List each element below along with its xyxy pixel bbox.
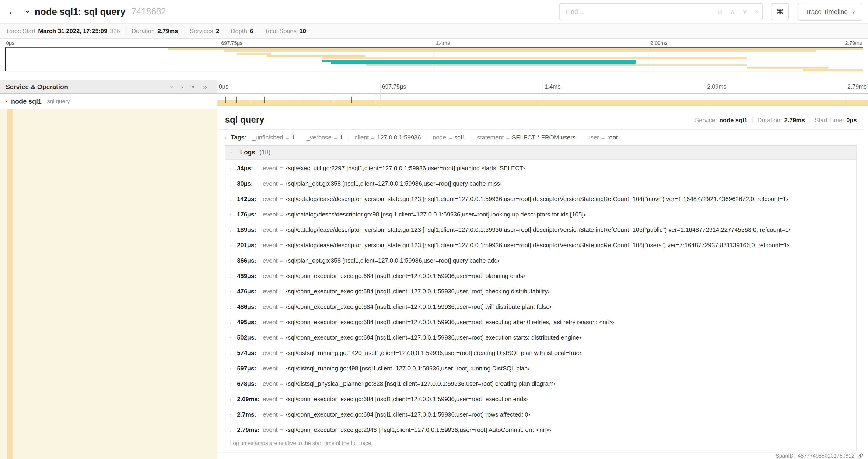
tag-item: user=root (581, 134, 623, 141)
log-row[interactable]: ›502μs:event=‹sql/conn_executor_exec.go:… (225, 330, 856, 346)
equals-sign: = (280, 319, 283, 326)
equals-sign: = (286, 134, 289, 141)
summary-label: Duration (132, 28, 155, 35)
log-row[interactable]: ›597μs:event=‹sql/distsql_running.go:498… (225, 361, 856, 376)
log-value: ‹sql/plan_opt.go:358 [nsql1,client=127.0… (286, 257, 500, 264)
log-row[interactable]: ›459μs:event=‹sql/conn_executor_exec.go:… (225, 269, 856, 284)
jaeger-trace-page: ← › node sql1: sql query 7418682 ⊕ ∧ ∨ ×… (0, 0, 868, 459)
log-key: event (263, 396, 278, 403)
spanid-label: SpanID: (776, 453, 795, 459)
trace-view-dropdown[interactable]: Trace Timeline ∨ (798, 3, 862, 21)
chevron-right-icon: › (230, 304, 237, 311)
detail-row-left-column (0, 109, 217, 459)
tag-value: 1 (340, 134, 343, 141)
equals-sign: = (280, 380, 283, 388)
equals-sign: = (506, 134, 509, 141)
log-row[interactable]: ›574μs:event=‹sql/distsql_running.go:142… (225, 346, 856, 361)
tag-key: node (433, 134, 446, 141)
log-row[interactable]: ›366μs:event=‹sql/plan_opt.go:358 [nsql1… (225, 253, 856, 269)
log-timestamp: 366μs: (237, 257, 263, 264)
next-result-icon[interactable]: ∨ (739, 8, 751, 15)
minimap-scrubber[interactable] (5, 47, 6, 71)
log-row[interactable]: ›189μs:event=‹sql/catalog/lease/descript… (225, 223, 856, 238)
tags-accordian[interactable]: › Tags: _unfinished=1_verbose=1client=12… (217, 130, 863, 144)
tag-value: root (607, 134, 618, 141)
chevron-down-icon[interactable]: › (4, 100, 9, 102)
tag-key: statement (477, 134, 504, 141)
span-detail-row: sql query Service:node sql1Duration:2.79… (0, 109, 868, 459)
log-value: ‹sql/distsql_running.go:1420 [nsql1,clie… (286, 349, 582, 357)
collapse-all-icon[interactable]: » (190, 85, 197, 88)
tag-item: client=127.0.0.1:59936 (349, 134, 427, 141)
log-value: ‹sql/conn_executor_exec.go:684 [nsql1,cl… (286, 303, 552, 311)
log-timestamp: 476μs: (237, 288, 263, 295)
equals-sign: = (280, 257, 283, 264)
span-meta-item: Duration:2.79ms (752, 117, 810, 123)
log-row[interactable]: ›476μs:event=‹sql/conn_executor_exec.go:… (225, 284, 856, 299)
minimap-canvas[interactable] (5, 47, 863, 71)
logs-count: (18) (259, 149, 271, 156)
log-value: ‹sql/exec_util.go:2297 [nsql1,client=127… (286, 165, 525, 172)
span-meta-item: Start Time:0μs (809, 117, 857, 123)
span-log-tick (845, 97, 845, 103)
log-row[interactable]: ›495μs:event=‹sql/conn_executor_exec.go:… (225, 315, 856, 330)
log-key: event (263, 211, 278, 218)
span-log-tick (333, 97, 333, 103)
tag-key: user (587, 134, 599, 141)
equals-sign: = (280, 411, 283, 418)
span-log-tick (867, 97, 868, 103)
logs-header[interactable]: › Logs (18) (225, 145, 856, 160)
log-row[interactable]: ›176μs:event=‹sql/catalog/descs/descript… (225, 207, 856, 223)
log-row[interactable]: ›678μs:event=‹sql/distsql_physical_plann… (225, 376, 856, 392)
log-row[interactable]: ›2.79ms:event=‹sql/conn_executor_exec.go… (225, 423, 856, 438)
equals-sign: = (280, 211, 283, 218)
minimap-span (803, 69, 863, 71)
back-arrow-icon[interactable]: ← (6, 6, 21, 18)
log-key: event (263, 165, 278, 172)
keyboard-shortcuts-button[interactable]: ⌘ (771, 3, 789, 20)
log-row[interactable]: ›201μs:event=‹sql/catalog/lease/descript… (225, 238, 856, 253)
time-tick-label: 697.75μs (221, 40, 242, 46)
span-operation-name: sql query (47, 98, 70, 104)
expand-all-icon[interactable]: » (204, 83, 207, 90)
trace-id: 7418682 (132, 6, 166, 17)
collapse-one-icon[interactable]: › (168, 86, 175, 88)
find-input[interactable] (560, 8, 714, 15)
tag-key: client (355, 134, 369, 141)
prev-result-icon[interactable]: ∧ (726, 8, 739, 15)
log-timestamp: 34μs: (237, 165, 263, 172)
log-key: event (263, 303, 278, 311)
summary-label: Trace Start (6, 28, 35, 35)
summary-fraction: .326 (108, 28, 120, 35)
log-row[interactable]: ›486μs:event=‹sql/conn_executor_exec.go:… (225, 299, 856, 315)
span-meta-value: node sql1 (719, 117, 747, 123)
log-value: ‹sql/catalog/lease/descriptor_version_st… (286, 226, 790, 234)
collapse-trace-caret-icon[interactable]: › (24, 10, 32, 13)
span-row-track[interactable] (217, 94, 868, 109)
log-row[interactable]: ›80μs:event=‹sql/plan_opt.go:358 [nsql1,… (225, 176, 856, 192)
chevron-right-icon: › (230, 350, 237, 357)
expand-one-icon[interactable]: › (181, 83, 183, 90)
log-row[interactable]: ›34μs:event=‹sql/exec_util.go:2297 [nsql… (225, 161, 856, 176)
log-row[interactable]: ›142μs:event=‹sql/catalog/lease/descript… (225, 192, 856, 207)
clear-search-icon[interactable]: × (751, 8, 762, 15)
log-value: ‹sql/conn_executor_exec.go:2046 [nsql1,c… (286, 426, 551, 434)
chevron-right-icon: › (230, 396, 237, 403)
log-key: event (263, 242, 278, 249)
span-log-tick (265, 97, 265, 103)
log-row[interactable]: ›2.7ms:event=‹sql/conn_executor_exec.go:… (225, 407, 856, 423)
find-box: ⊕ ∧ ∨ × (559, 3, 763, 20)
zoom-icon[interactable]: ⊕ (714, 8, 726, 15)
span-meta-label: Start Time: (814, 117, 844, 123)
trace-page-header: ← › node sql1: sql query 7418682 ⊕ ∧ ∨ ×… (0, 0, 868, 23)
log-value: ‹sql/distsql_physical_planner.go:828 [ns… (286, 380, 556, 388)
tag-value: sql1 (454, 134, 465, 141)
summary-label: Services (190, 28, 213, 35)
tags-list: _unfinished=1_verbose=1client=127.0.0.1:… (252, 134, 623, 141)
span-log-tick (251, 97, 251, 103)
log-key: event (263, 195, 278, 203)
log-row[interactable]: ›2.69ms:event=‹sql/conn_executor_exec.go… (225, 392, 856, 407)
link-icon[interactable] (857, 453, 863, 459)
span-row-name-cell[interactable]: › node sql1 sql query (0, 94, 217, 109)
time-tick-label: 697.75μs (382, 84, 406, 90)
